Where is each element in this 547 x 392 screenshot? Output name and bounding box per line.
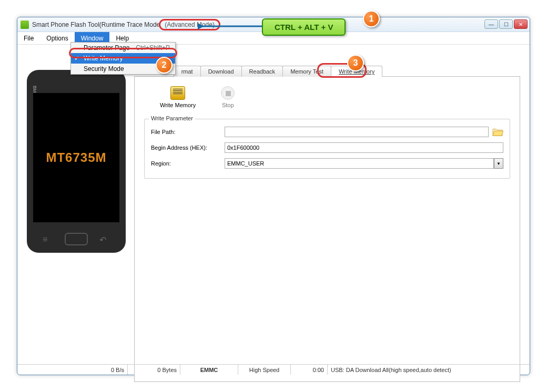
minimize-button[interactable]: — (484, 19, 498, 29)
write-parameter-group: Write Parameter File Path: Begin Address… (144, 119, 510, 179)
status-bytes: 0 Bytes (128, 365, 180, 375)
file-path-label: File Path: (151, 129, 225, 135)
stop-label: Stop (222, 102, 234, 108)
title-advanced-mode: (Advanced Mode) (159, 19, 220, 30)
stop-icon (221, 86, 235, 100)
status-bar: 0 B/s 0 Bytes EMMC High Speed 0:00 USB: … (17, 364, 530, 375)
chip-icon (170, 86, 185, 100)
folder-icon (492, 127, 503, 137)
phone-back-icon: ↶ (99, 235, 110, 242)
toolbar: Write Memory Stop (160, 86, 510, 108)
phone-home-button (65, 233, 88, 245)
tab-format[interactable]: rmat (174, 66, 201, 77)
tab-readback[interactable]: Readback (241, 66, 283, 77)
body-area: Welcome rmat Download Readback Memory Te… (17, 45, 530, 364)
phone-graphic: BM MT6735M ≡ ↶ (27, 70, 126, 253)
group-legend: Write Parameter (149, 115, 195, 121)
dropdown-parameter-page[interactable]: Parameter Page Ctrl+Shift+P (71, 43, 175, 53)
write-memory-label: Write Memory (160, 102, 196, 108)
status-speed: 0 B/s (17, 365, 128, 375)
annotation-badge-1: 1 (363, 11, 380, 27)
region-dropdown-arrow[interactable]: ▼ (494, 158, 503, 169)
annotation-badge-3: 3 (347, 55, 364, 71)
dropdown-parameter-shortcut: Ctrl+Shift+P (136, 44, 170, 51)
phone-chip-label: MT6735M (46, 150, 106, 165)
status-highspeed: High Speed (238, 365, 291, 375)
phone-menu-icon: ≡ (43, 235, 53, 242)
status-storage: EMMC (180, 365, 238, 375)
app-icon (21, 20, 29, 29)
menu-options[interactable]: Options (40, 32, 74, 44)
begin-address-label: Begin Address (HEX): (151, 145, 225, 151)
begin-address-input[interactable] (225, 142, 503, 153)
content-pane: Write Memory Stop Write Parameter File P… (134, 76, 520, 382)
tab-download[interactable]: Download (200, 66, 242, 77)
menu-file[interactable]: File (17, 32, 40, 44)
region-select[interactable] (225, 158, 494, 169)
status-usb: USB: DA Download All(high speed,auto det… (328, 365, 530, 375)
annotation-shortcut: CTRL + ALT + V (262, 18, 346, 36)
write-memory-button[interactable]: Write Memory (160, 86, 196, 108)
region-label: Region: (151, 160, 225, 167)
close-button[interactable]: ✕ (514, 19, 528, 29)
status-time: 0:00 (291, 365, 328, 375)
annotation-badge-2: 2 (156, 57, 173, 74)
dropdown-parameter-label: Parameter Page (84, 44, 129, 51)
phone-screen: MT6735M (33, 93, 119, 222)
maximize-button[interactable]: ☐ (499, 19, 513, 29)
phone-bm-label: BM (32, 86, 37, 93)
browse-button[interactable] (492, 127, 503, 137)
stop-button[interactable]: Stop (221, 86, 235, 108)
file-path-input[interactable] (225, 127, 489, 137)
title-prefix: Smart Phone Flash Tool(Runtime Trace Mod… (32, 21, 160, 28)
tab-memory-test[interactable]: Memory Test (282, 66, 331, 77)
